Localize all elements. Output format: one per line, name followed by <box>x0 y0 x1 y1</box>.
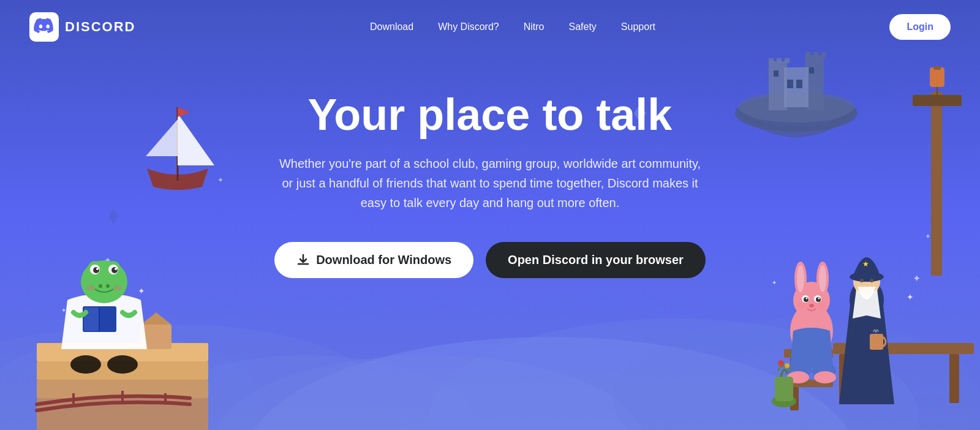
svg-point-94 <box>814 371 836 383</box>
svg-point-69 <box>850 279 884 322</box>
download-icon <box>296 254 310 267</box>
svg-point-74 <box>870 279 873 282</box>
svg-text:✦: ✦ <box>119 352 129 364</box>
login-button[interactable]: Login <box>889 14 951 40</box>
svg-rect-53 <box>84 307 99 331</box>
hero-subtitle: Whether you're part of a school club, ga… <box>276 154 704 213</box>
svg-point-90 <box>817 302 827 308</box>
nav-link-support[interactable]: Support <box>621 21 655 32</box>
svg-marker-36 <box>141 312 172 325</box>
svg-rect-65 <box>949 354 959 403</box>
svg-rect-68 <box>784 380 833 387</box>
svg-text:✦: ✦ <box>61 307 66 314</box>
svg-rect-33 <box>37 380 208 398</box>
svg-point-49 <box>106 284 110 288</box>
svg-rect-32 <box>37 361 208 380</box>
logo-text: DISCORD <box>65 19 135 35</box>
nav-item-download[interactable]: Download <box>370 21 413 32</box>
nav-link-safety[interactable]: Safety <box>569 21 597 32</box>
nav-item-nitro[interactable]: Nitro <box>524 21 545 32</box>
svg-point-92 <box>812 363 836 378</box>
download-windows-button[interactable]: Download for Windows <box>274 242 473 278</box>
svg-point-100 <box>785 363 790 368</box>
svg-rect-75 <box>870 334 883 350</box>
svg-point-99 <box>778 360 784 366</box>
svg-point-1 <box>245 337 858 430</box>
svg-rect-34 <box>37 398 208 430</box>
svg-rect-31 <box>37 343 208 361</box>
nav-item-why[interactable]: Why Discord? <box>438 21 499 32</box>
svg-point-37 <box>70 355 101 374</box>
svg-point-2 <box>429 319 919 430</box>
svg-text:✦: ✦ <box>138 286 145 296</box>
nav-links: Download Why Discord? Nitro Safety Suppo… <box>370 21 655 32</box>
nav-link-nitro[interactable]: Nitro <box>524 21 545 32</box>
svg-rect-35 <box>141 325 172 349</box>
svg-point-83 <box>814 295 821 303</box>
svg-rect-63 <box>833 343 974 354</box>
svg-rect-66 <box>790 355 799 410</box>
discord-logo-icon <box>29 12 59 42</box>
svg-point-76 <box>790 303 833 358</box>
svg-point-84 <box>804 297 809 302</box>
svg-point-82 <box>802 295 809 303</box>
svg-text:✦: ✦ <box>772 279 777 286</box>
svg-rect-64 <box>839 354 849 403</box>
logo[interactable]: DISCORD <box>29 12 135 42</box>
svg-point-7 <box>0 331 263 430</box>
svg-point-6 <box>0 325 398 430</box>
hero-section: ✦ ✦ ✦ ✦ ✦ <box>0 0 980 430</box>
download-windows-label: Download for Windows <box>316 253 451 267</box>
svg-rect-67 <box>784 349 833 358</box>
svg-point-91 <box>787 363 812 378</box>
svg-point-3 <box>214 355 643 430</box>
svg-point-87 <box>818 298 820 300</box>
svg-rect-52 <box>83 306 116 332</box>
svg-point-93 <box>787 371 809 383</box>
svg-point-48 <box>99 284 102 288</box>
navbar: DISCORD Download Why Discord? Nitro Safe… <box>0 0 980 54</box>
nav-link-why[interactable]: Why Discord? <box>438 21 499 32</box>
svg-text:✦: ✦ <box>907 292 914 302</box>
svg-point-38 <box>107 355 138 374</box>
svg-point-77 <box>793 282 830 319</box>
open-browser-button[interactable]: Open Discord in your browser <box>486 242 706 278</box>
svg-point-86 <box>806 298 808 300</box>
hero-title: Your place to talk <box>0 91 980 139</box>
svg-point-89 <box>796 302 806 308</box>
svg-point-97 <box>772 395 796 407</box>
svg-point-85 <box>816 297 821 302</box>
nav-item-support[interactable]: Support <box>621 21 655 32</box>
hero-content: Your place to talk Whether you're part o… <box>0 54 980 278</box>
svg-point-51 <box>113 285 122 290</box>
nav-link-download[interactable]: Download <box>370 21 413 32</box>
svg-point-88 <box>809 304 814 307</box>
svg-point-73 <box>860 279 864 282</box>
svg-rect-54 <box>100 307 115 331</box>
svg-point-5 <box>135 355 478 430</box>
nav-item-safety[interactable]: Safety <box>569 21 597 32</box>
hero-buttons: Download for Windows Open Discord in you… <box>0 242 980 278</box>
svg-rect-98 <box>775 377 793 401</box>
svg-point-4 <box>612 319 980 430</box>
svg-point-50 <box>86 285 95 290</box>
